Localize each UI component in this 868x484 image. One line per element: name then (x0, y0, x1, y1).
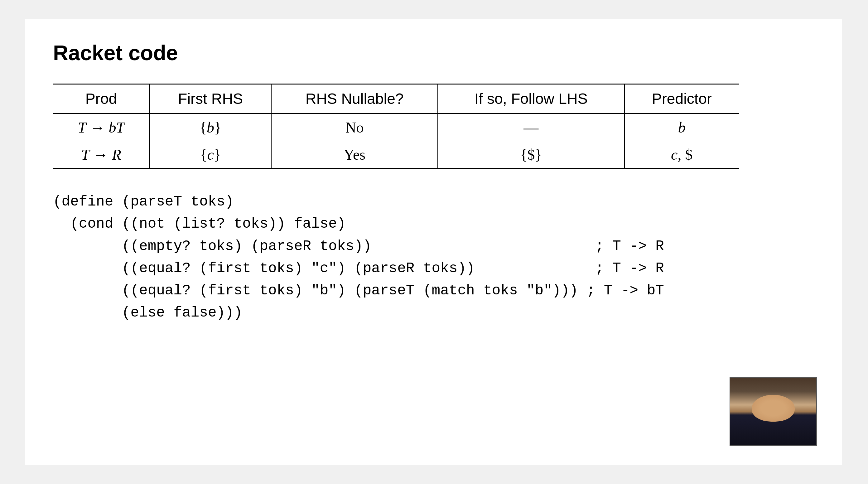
table-header-row: Prod First RHS RHS Nullable? If so, Foll… (53, 84, 739, 114)
cell-predictor-0: b (624, 114, 739, 141)
cell-follow-1: {$} (438, 141, 624, 169)
col-nullable: RHS Nullable? (271, 84, 438, 114)
cell-follow-0: — (438, 114, 624, 141)
cell-first-rhs-1: {c} (150, 141, 271, 169)
cell-predictor-1: c, $ (624, 141, 739, 169)
table-row: T → R {c} Yes {$} c, $ (53, 141, 739, 169)
col-first-rhs: First RHS (150, 84, 271, 114)
col-prod: Prod (53, 84, 150, 114)
cell-nullable-0: No (271, 114, 438, 141)
col-follow-lhs: If so, Follow LHS (438, 84, 624, 114)
webcam-person (730, 378, 816, 445)
slide-title: Racket code (53, 40, 814, 65)
cell-prod-0: T → bT (53, 114, 150, 141)
code-block: (define (parseT toks) (cond ((not (list?… (53, 191, 814, 324)
cell-prod-1: T → R (53, 141, 150, 169)
slide-container: Racket code Prod First RHS RHS Nullable?… (25, 19, 842, 465)
table-wrapper: Prod First RHS RHS Nullable? If so, Foll… (53, 84, 814, 169)
table-row: T → bT {b} No — b (53, 114, 739, 141)
cell-nullable-1: Yes (271, 141, 438, 169)
predictor-table: Prod First RHS RHS Nullable? If so, Foll… (53, 84, 739, 169)
webcam-overlay (730, 377, 817, 446)
col-predictor: Predictor (624, 84, 739, 114)
cell-first-rhs-0: {b} (150, 114, 271, 141)
